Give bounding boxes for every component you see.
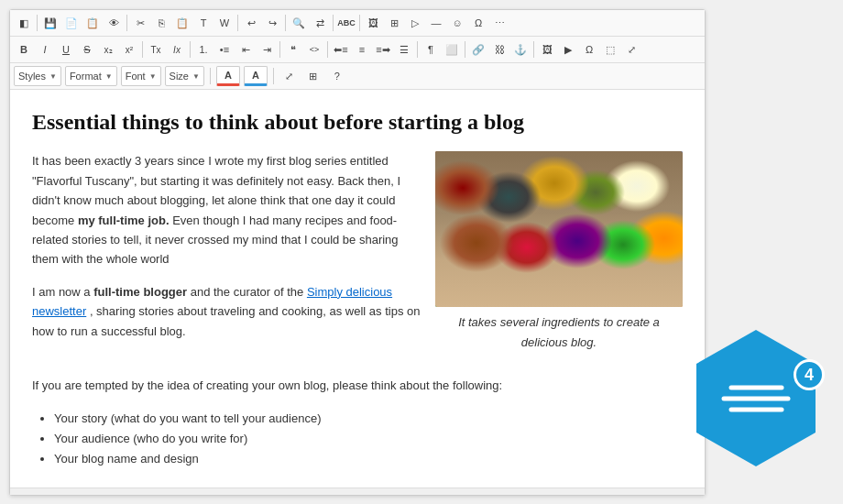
list-item: Your story (what do you want to tell you…: [54, 409, 683, 429]
toolbar-separator: [210, 68, 211, 84]
font-dropdown[interactable]: Font ▼: [121, 66, 161, 86]
show-blocks-button[interactable]: ⬜: [442, 39, 462, 60]
unorderedlist-button[interactable]: •≡: [214, 39, 235, 60]
redo-button[interactable]: ↪: [262, 13, 282, 33]
indent-button[interactable]: ⇥: [257, 39, 277, 60]
bold-button[interactable]: B: [14, 39, 34, 60]
bg-color-icon: A: [252, 70, 259, 81]
source2-button[interactable]: ⊞: [303, 66, 323, 86]
maximize2-button[interactable]: ⤢: [279, 66, 300, 86]
cut-button[interactable]: ✂: [130, 13, 150, 33]
symbol-button[interactable]: Ω: [468, 13, 488, 33]
toolbar-separator: [465, 41, 465, 58]
outdent-button[interactable]: ⇤: [235, 39, 256, 60]
italic-button[interactable]: I: [35, 39, 55, 60]
template-button[interactable]: 📋: [82, 13, 103, 33]
para2-start: I am now a: [32, 285, 91, 299]
underline-button[interactable]: U: [56, 39, 76, 60]
paragraph-2: I am now a full-time blogger and the cur…: [32, 282, 421, 341]
pre-button[interactable]: <>: [304, 39, 324, 60]
toolbar-separator: [279, 41, 280, 58]
table-button[interactable]: ⊞: [384, 13, 404, 33]
symbol2-button[interactable]: Ω: [579, 39, 599, 60]
size-dropdown[interactable]: Size ▼: [165, 66, 204, 86]
badge-number: 4: [794, 359, 825, 390]
hex-badge: 4: [696, 330, 816, 467]
paste-text-button[interactable]: T: [193, 13, 213, 33]
blog-image: [435, 151, 683, 307]
spellcheck-button[interactable]: ABC: [336, 13, 356, 33]
removeformat-button[interactable]: Tx: [146, 39, 166, 60]
save-button[interactable]: 💾: [40, 13, 60, 33]
find-button[interactable]: 🔍: [289, 13, 309, 33]
font-color-button[interactable]: A: [216, 66, 240, 86]
replace-button[interactable]: ⇄: [310, 13, 330, 33]
toolbar-separator: [273, 68, 274, 84]
hexagon-shape: 4: [696, 364, 816, 433]
help-button[interactable]: ?: [327, 66, 347, 86]
hex-line-2: [722, 396, 791, 400]
orderedlist-button[interactable]: 1.: [193, 39, 213, 60]
link-button[interactable]: 🔗: [468, 39, 488, 60]
anchor-button[interactable]: ⚓: [510, 39, 531, 60]
hr-button[interactable]: —: [426, 13, 446, 33]
list-item: Your audience (who do you write for): [54, 429, 683, 449]
toolbar-separator: [333, 15, 334, 31]
paragraph-button[interactable]: ¶: [421, 39, 441, 60]
blog-title: Essential things to think about before s…: [32, 108, 683, 137]
paragraph-3: If you are tempted by the idea of creati…: [32, 376, 683, 395]
paste-word-button[interactable]: W: [214, 13, 235, 33]
format-label: Format: [70, 71, 102, 82]
format-dropdown[interactable]: Format ▼: [65, 66, 117, 86]
source-button[interactable]: ◧: [14, 13, 34, 33]
smileys-button[interactable]: ☺: [447, 13, 467, 33]
toolbar-separator: [327, 41, 328, 58]
align-left-button[interactable]: ⬅≡: [331, 39, 351, 60]
font-label: Font: [126, 71, 146, 82]
unlink-button[interactable]: ⛓: [489, 39, 509, 60]
toolbar-separator: [359, 15, 360, 31]
align-center-button[interactable]: ≡: [352, 39, 372, 60]
align-right-button[interactable]: ≡➡: [373, 39, 393, 60]
subscript-button[interactable]: x₂: [98, 39, 118, 60]
toolbar-separator: [417, 41, 418, 58]
content-wrap: It has been exactly 3 years since I wrot…: [32, 151, 683, 365]
new-button[interactable]: 📄: [61, 13, 82, 33]
copy-button[interactable]: ⎘: [151, 13, 171, 33]
flash-button[interactable]: ▶: [558, 39, 578, 60]
para1-bold: my full-time job.: [78, 214, 170, 227]
para2-mid: and the curator of the: [191, 285, 307, 299]
editor-content[interactable]: Essential things to think about before s…: [10, 90, 705, 488]
para2-end: , sharing stories about traveling and co…: [32, 304, 420, 337]
image-button[interactable]: 🖼: [363, 13, 383, 33]
superscript-button[interactable]: x²: [119, 39, 139, 60]
align-justify-button[interactable]: ☰: [394, 39, 414, 60]
maximize-button[interactable]: ⤢: [621, 39, 641, 60]
image-column: It takes several ingredients to create a…: [435, 151, 683, 365]
iframe-button[interactable]: ⬚: [600, 39, 620, 60]
copyformat-button[interactable]: Ix: [167, 39, 187, 60]
editor-resize-handle[interactable]: [10, 488, 705, 495]
paste-button[interactable]: 📋: [172, 13, 192, 33]
toolbar-separator: [237, 15, 238, 31]
styles-arrow: ▼: [49, 72, 57, 81]
bg-color-button[interactable]: A: [244, 66, 268, 86]
editor-container: ◧ 💾 📄 📋 👁 ✂ ⎘ 📋 T W ↩ ↪ 🔍 ⇄ ABC 🖼 ⊞ ▷ — …: [9, 9, 706, 496]
preview-button[interactable]: 👁: [104, 13, 124, 33]
blockquote-button[interactable]: ❝: [283, 39, 303, 60]
more-button[interactable]: ⋯: [489, 13, 509, 33]
list-item: Your blog name and design: [54, 449, 683, 469]
undo-button[interactable]: ↩: [241, 13, 261, 33]
image2-button[interactable]: 🖼: [537, 39, 557, 60]
toolbar-row-1: ◧ 💾 📄 📋 👁 ✂ ⎘ 📋 T W ↩ ↪ 🔍 ⇄ ABC 🖼 ⊞ ▷ — …: [10, 10, 705, 37]
hex-line-3: [728, 407, 783, 411]
toolbar-separator: [142, 41, 143, 58]
text-column: It has been exactly 3 years since I wrot…: [32, 151, 421, 365]
toolbar-separator: [126, 15, 127, 31]
blog-list: Your story (what do you want to tell you…: [54, 409, 683, 469]
toolbar-row-3: Styles ▼ Format ▼ Font ▼ Size ▼ A A ⤢ ⊞ …: [10, 63, 705, 90]
styles-dropdown[interactable]: Styles ▼: [14, 66, 61, 86]
media-button[interactable]: ▷: [405, 13, 425, 33]
toolbar-separator: [37, 15, 38, 31]
strikethrough-button[interactable]: S: [77, 39, 97, 60]
